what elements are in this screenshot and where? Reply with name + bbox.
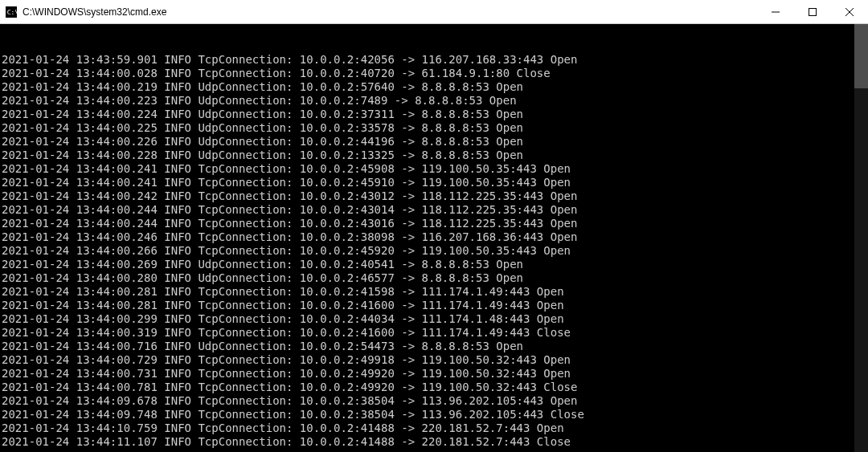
log-line: 2021-01-24 13:44:00.226 INFO UdpConnecti… <box>0 135 854 149</box>
log-line: 2021-01-24 13:44:00.244 INFO TcpConnecti… <box>0 203 854 217</box>
log-line: 2021-01-24 13:44:00.280 INFO UdpConnecti… <box>0 271 854 285</box>
svg-text:C:\: C:\ <box>7 8 17 15</box>
log-line: 2021-01-24 13:44:00.224 INFO UdpConnecti… <box>0 108 854 121</box>
scrollbar-thumb[interactable] <box>854 24 868 88</box>
svg-rect-3 <box>809 9 817 16</box>
log-line: 2021-01-24 13:44:00.281 INFO TcpConnecti… <box>0 299 854 312</box>
log-line: 2021-01-24 13:44:00.781 INFO TcpConnecti… <box>0 381 854 394</box>
log-line: 2021-01-24 13:44:00.319 INFO TcpConnecti… <box>0 326 854 340</box>
log-line: 2021-01-24 13:44:00.028 INFO TcpConnecti… <box>0 67 854 80</box>
log-line: 2021-01-24 13:44:00.241 INFO TcpConnecti… <box>0 176 854 189</box>
log-line: 2021-01-24 13:44:00.223 INFO UdpConnecti… <box>0 94 854 108</box>
log-line: 2021-01-24 13:43:59.901 INFO TcpConnecti… <box>0 53 854 67</box>
minimize-button[interactable] <box>757 0 794 24</box>
log-line: 2021-01-24 13:44:00.281 INFO TcpConnecti… <box>0 285 854 299</box>
maximize-button[interactable] <box>794 0 831 24</box>
scrollbar-track[interactable] <box>854 24 868 452</box>
log-line: 2021-01-24 13:44:09.748 INFO TcpConnecti… <box>0 408 854 421</box>
log-line: 2021-01-24 13:44:00.244 INFO TcpConnecti… <box>0 217 854 230</box>
title-left: C:\ C:\WINDOWS\system32\cmd.exe <box>0 0 166 23</box>
log-line: 2021-01-24 13:44:00.299 INFO TcpConnecti… <box>0 312 854 326</box>
log-line: 2021-01-24 13:44:00.269 INFO UdpConnecti… <box>0 258 854 271</box>
close-button[interactable] <box>831 0 868 24</box>
log-line: 2021-01-24 13:44:00.228 INFO UdpConnecti… <box>0 149 854 162</box>
log-line: 2021-01-24 13:44:10.759 INFO TcpConnecti… <box>0 421 854 435</box>
cmd-icon: C:\ <box>5 6 18 18</box>
log-line: 2021-01-24 13:44:00.731 INFO TcpConnecti… <box>0 367 854 381</box>
log-line: 2021-01-24 13:44:00.729 INFO TcpConnecti… <box>0 353 854 367</box>
window-controls <box>757 0 868 23</box>
title-bar: C:\ C:\WINDOWS\system32\cmd.exe <box>0 0 868 24</box>
log-line: 2021-01-24 13:44:09.678 INFO TcpConnecti… <box>0 394 854 408</box>
log-line: 2021-01-24 13:44:00.225 INFO UdpConnecti… <box>0 121 854 135</box>
log-line: 2021-01-24 13:44:00.219 INFO UdpConnecti… <box>0 80 854 94</box>
terminal-output[interactable]: 2021-01-24 13:43:59.901 INFO TcpConnecti… <box>0 24 868 452</box>
log-line: 2021-01-24 13:44:00.241 INFO TcpConnecti… <box>0 162 854 176</box>
log-line: 2021-01-24 13:44:00.716 INFO UdpConnecti… <box>0 340 854 353</box>
log-line: 2021-01-24 13:44:00.246 INFO TcpConnecti… <box>0 230 854 244</box>
window-title: C:\WINDOWS\system32\cmd.exe <box>23 6 166 18</box>
log-line: 2021-01-24 13:44:11.107 INFO TcpConnecti… <box>0 435 854 449</box>
log-line: 2021-01-24 13:44:00.266 INFO TcpConnecti… <box>0 244 854 258</box>
log-line: 2021-01-24 13:44:00.242 INFO TcpConnecti… <box>0 189 854 203</box>
